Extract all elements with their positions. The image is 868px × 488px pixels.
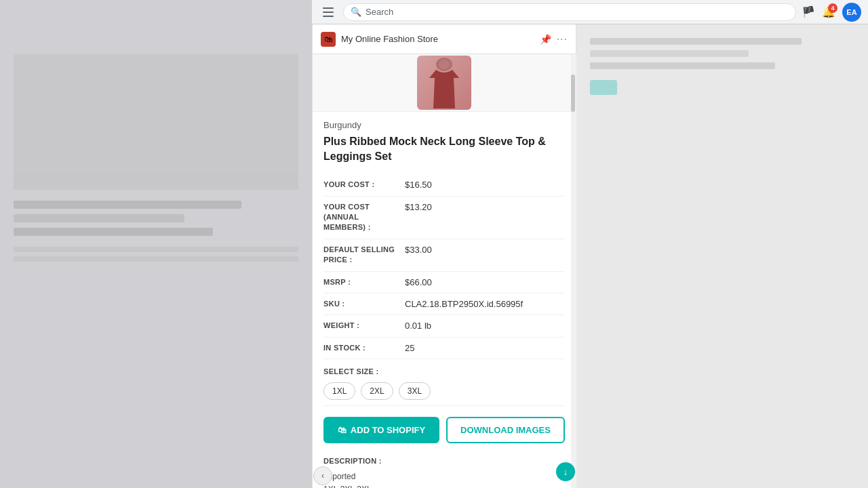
default-price-value: $33.00 (405, 245, 565, 255)
right-background-panel (576, 24, 868, 488)
size-buttons: 1XL 2XL 3XL (323, 382, 565, 400)
product-details: Burgundy Plus Ribbed Mock Neck Long Slee… (313, 112, 576, 488)
scrollbar-track (571, 54, 576, 488)
browser-actions: 🏴 🔔 4 EA (802, 3, 861, 22)
default-price-row: DEFAULT SELLING PRICE : $33.00 (323, 239, 565, 272)
your-cost-label: YOUR COST : (323, 180, 405, 190)
annual-cost-label: YOUR COST (ANNUAL MEMBERS) : (323, 202, 405, 233)
weight-row: WEIGHT : 0.01 lb (323, 315, 565, 337)
sku-value: CLA2.18.BTP2950X.id.56995f (405, 299, 565, 309)
navigation-arrows: ‹ (313, 466, 332, 485)
description-label: DESCRIPTION : (323, 457, 565, 465)
default-price-label: DEFAULT SELLING PRICE : (323, 245, 405, 266)
msrp-row: MSRP : $66.00 (323, 272, 565, 293)
menu-button[interactable] (319, 3, 338, 22)
product-title: Plus Ribbed Mock Neck Long Sleeve Top & … (323, 134, 565, 163)
weight-value: 0.01 lb (405, 321, 565, 331)
add-to-shopify-button[interactable]: 🛍 ADD TO SHOPIFY (323, 417, 439, 443)
pin-icon[interactable]: 📌 (540, 34, 551, 45)
msrp-label: MSRP : (323, 277, 405, 287)
browser-toolbar: 🔍 Search 🏴 🔔 4 EA (312, 0, 868, 24)
search-bar[interactable]: 🔍 Search (343, 3, 796, 21)
search-icon: 🔍 (351, 7, 361, 17)
download-images-label: DOWNLOAD IMAGES (460, 425, 551, 435)
product-image-strip (313, 54, 576, 112)
store-bar: My Online Fashion Store 📌 ··· (313, 24, 576, 54)
search-input[interactable]: Search (366, 7, 789, 17)
left-background-panel (0, 0, 312, 488)
scroll-to-bottom-button[interactable]: ↓ (556, 462, 575, 481)
annual-cost-row: YOUR COST (ANNUAL MEMBERS) : $13.20 (323, 197, 565, 239)
notification-badge: 4 (828, 3, 837, 13)
user-avatar[interactable]: EA (842, 3, 861, 22)
product-image-svg (424, 58, 465, 108)
weight-label: WEIGHT : (323, 321, 405, 331)
msrp-value: $66.00 (405, 277, 565, 287)
store-logo-icon (321, 32, 336, 47)
more-options-icon[interactable]: ··· (557, 33, 568, 45)
description-section: DESCRIPTION : Imported 1XL,2XL,3XL Soft … (323, 451, 565, 488)
size-1xl-button[interactable]: 1XL (323, 382, 355, 400)
product-thumbnail (417, 56, 471, 110)
svg-point-1 (439, 60, 450, 69)
size-2xl-button[interactable]: 2XL (361, 382, 393, 400)
flag-icon[interactable]: 🏴 (802, 5, 815, 18)
notification-button[interactable]: 🔔 4 (819, 3, 838, 22)
description-text: Imported 1XL,2XL,3XL Soft & Light weight… (323, 470, 565, 488)
in-stock-row: IN STOCK : 25 (323, 338, 565, 359)
sku-row: SKU : CLA2.18.BTP2950X.id.56995f (323, 293, 565, 315)
your-cost-row: YOUR COST : $16.50 (323, 174, 565, 196)
extension-sidebar: My Online Fashion Store 📌 ··· Burgundy P… (312, 0, 576, 488)
in-stock-label: IN STOCK : (323, 343, 405, 353)
add-to-shopify-label: ADD TO SHOPIFY (351, 425, 425, 435)
action-buttons: 🛍 ADD TO SHOPIFY DOWNLOAD IMAGES (323, 406, 565, 451)
prev-arrow-button[interactable]: ‹ (313, 466, 332, 485)
in-stock-value: 25 (405, 343, 565, 353)
download-images-button[interactable]: DOWNLOAD IMAGES (446, 417, 565, 443)
size-label: SELECT SIZE : (323, 367, 565, 375)
size-3xl-button[interactable]: 3XL (399, 382, 431, 400)
shopify-icon: 🛍 (338, 425, 347, 435)
your-cost-value: $16.50 (405, 180, 565, 190)
sku-label: SKU : (323, 299, 405, 309)
page-wrapper: 🔍 Search 🏴 🔔 4 EA (0, 0, 868, 488)
product-color: Burgundy (323, 120, 565, 130)
annual-cost-value: $13.20 (405, 202, 565, 212)
size-section: SELECT SIZE : 1XL 2XL 3XL (323, 359, 565, 406)
store-name: My Online Fashion Store (341, 34, 534, 44)
scrollbar-thumb[interactable] (571, 75, 575, 112)
